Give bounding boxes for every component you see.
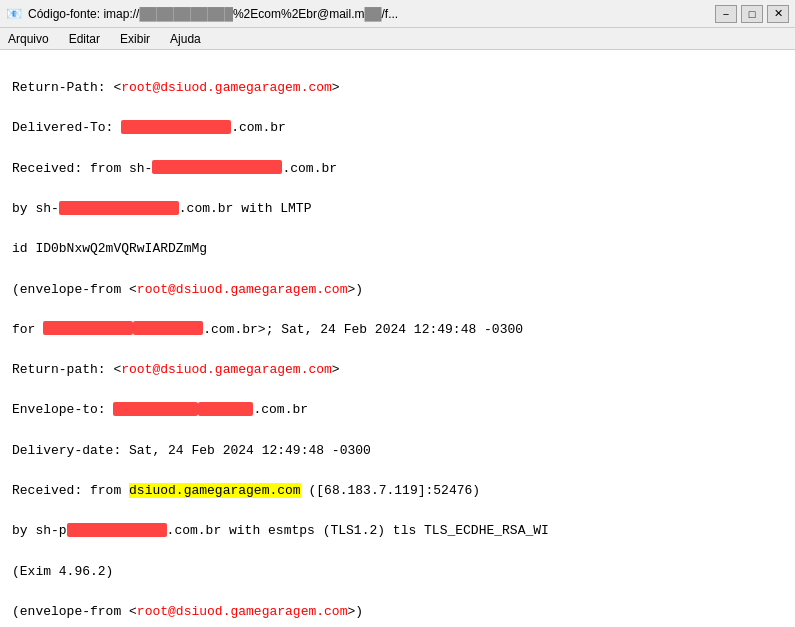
menu-bar: Arquivo Editar Exibir Ajuda (0, 28, 795, 50)
menu-ajuda[interactable]: Ajuda (166, 31, 205, 47)
line-for-1: for .com.br>; Sat, 24 Feb 2024 12:49:48 … (12, 320, 783, 340)
maximize-button[interactable]: □ (741, 5, 763, 23)
title-bar-text: Código-fonte: imap://███████████%2Ecom%2… (28, 7, 398, 21)
line-received-2: Received: from dsiuod.gamegaragem.com ([… (12, 481, 783, 501)
line-return-path-2: Return-path: <root@dsiuod.gamegaragem.co… (12, 360, 783, 380)
title-bar: 📧 Código-fonte: imap://███████████%2Ecom… (0, 0, 795, 28)
line-received-by-1: by sh-.com.br with LMTP (12, 199, 783, 219)
menu-arquivo[interactable]: Arquivo (4, 31, 53, 47)
line-envelope-to: Envelope-to: .com.br (12, 400, 783, 420)
line-id-1: id ID0bNxwQ2mVQRwIARDZmMg (12, 239, 783, 259)
minimize-button[interactable]: − (715, 5, 737, 23)
line-return-path-1: Return-Path: <root@dsiuod.gamegaragem.co… (12, 78, 783, 98)
line-received-1: Received: from sh-.com.br (12, 159, 783, 179)
menu-exibir[interactable]: Exibir (116, 31, 154, 47)
line-delivered-to: Delivered-To: .com.br (12, 118, 783, 138)
title-bar-buttons: − □ ✕ (715, 5, 789, 23)
title-bar-left: 📧 Código-fonte: imap://███████████%2Ecom… (6, 6, 398, 22)
app-icon: 📧 (6, 6, 22, 22)
line-received-by-2: by sh-p.com.br with esmtps (TLS1.2) tls … (12, 521, 783, 541)
line-envelope-from-1: (envelope-from <root@dsiuod.gamegaragem.… (12, 280, 783, 300)
line-envelope-from-2: (envelope-from <root@dsiuod.gamegaragem.… (12, 602, 783, 622)
close-button[interactable]: ✕ (767, 5, 789, 23)
menu-editar[interactable]: Editar (65, 31, 104, 47)
line-exim: (Exim 4.96.2) (12, 562, 783, 582)
email-source-content: Return-Path: <root@dsiuod.gamegaragem.co… (0, 50, 795, 627)
line-delivery-date: Delivery-date: Sat, 24 Feb 2024 12:49:48… (12, 441, 783, 461)
